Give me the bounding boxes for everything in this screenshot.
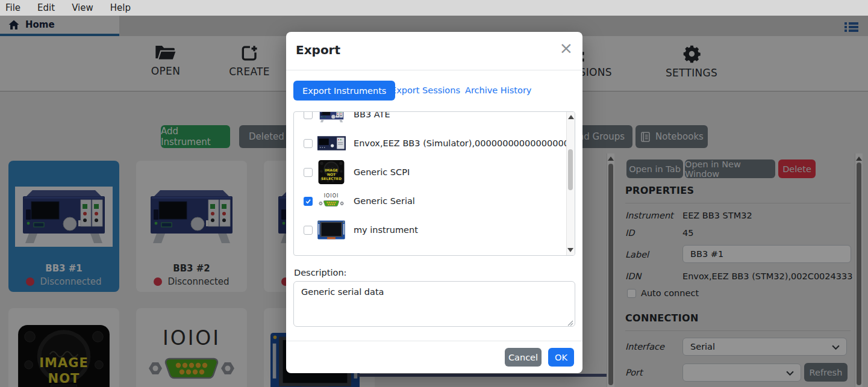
scroll-down-icon[interactable] (567, 248, 573, 252)
instrument-thumbnail (317, 220, 346, 240)
tab-export-instruments[interactable]: Export Instruments (293, 81, 395, 101)
list-item-label: BB3 ATE (354, 111, 575, 119)
menu-help[interactable]: Help (110, 2, 131, 13)
app-window: File Edit View Help Home OPEN CREATE EXT… (0, 0, 868, 387)
close-icon[interactable]: × (559, 40, 573, 56)
list-item[interactable]: IOIOI Generic Serial (294, 187, 575, 215)
list-item[interactable]: Envox,EEZ BB3 (Simulator),00000000000000… (294, 129, 575, 158)
list-item[interactable]: IMAGE NOT SELECTED Generic SCPI (294, 158, 575, 187)
instrument-thumbnail: IMAGE NOT SELECTED (317, 159, 346, 185)
list-item-label: my instrument (354, 225, 575, 235)
instrument-thumbnail (317, 136, 346, 150)
menu-edit[interactable]: Edit (37, 2, 55, 13)
export-dialog: Export × Export Instruments Export Sessi… (286, 32, 582, 373)
tab-archive-history[interactable]: Archive History (465, 85, 531, 95)
checkbox[interactable] (304, 111, 313, 119)
description-textarea[interactable]: Generic serial data (293, 281, 575, 327)
menu-bar: File Edit View Help (0, 0, 868, 16)
cancel-button[interactable]: Cancel (505, 348, 542, 367)
image-not-selected-text: IMAGE NOT SELECTED (317, 168, 346, 181)
scrollbar-thumb[interactable] (568, 149, 573, 190)
instrument-thumbnail: IOIOI (317, 194, 346, 208)
list-item-label: Envox,EEZ BB3 (Simulator),00000000000000… (354, 138, 575, 148)
list-item-label: Generic SCPI (354, 167, 575, 177)
dialog-header: Export × (286, 32, 582, 70)
scroll-up-icon[interactable] (568, 115, 574, 119)
ok-button[interactable]: OK (548, 348, 574, 367)
checkbox-checked[interactable] (304, 197, 313, 206)
description-label: Description: (294, 268, 346, 277)
checkbox[interactable] (304, 226, 313, 235)
menu-file[interactable]: File (5, 2, 20, 13)
list-item-label: Generic Serial (354, 196, 575, 206)
list-item[interactable]: BB3 ATE (294, 111, 575, 129)
dialog-footer: Cancel OK (286, 341, 582, 373)
checkbox[interactable] (304, 139, 313, 148)
dialog-title: Export (296, 43, 340, 57)
list-scrollbar[interactable] (566, 112, 575, 255)
list-item[interactable]: my instrument (294, 215, 575, 244)
tab-export-sessions[interactable]: Export Sessions (391, 85, 460, 95)
check-icon (305, 198, 311, 205)
instrument-thumbnail (317, 111, 346, 123)
serial-ioioi-text: IOIOI (324, 194, 339, 199)
checkbox[interactable] (304, 168, 313, 177)
export-instrument-list: BB3 ATE Envox,EEZ BB3 (Simulator),000000… (293, 111, 575, 256)
menu-view[interactable]: View (72, 2, 93, 13)
